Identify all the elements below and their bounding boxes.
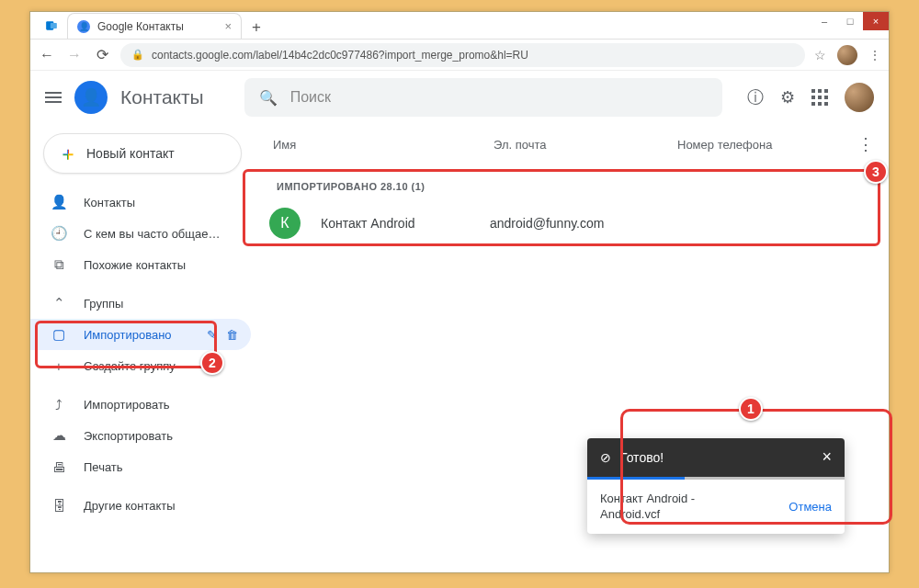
contact-avatar: К <box>269 208 301 239</box>
print-icon: 🖶 <box>51 459 67 475</box>
label-icon: ▢ <box>51 326 67 343</box>
sidebar-item-label: Печать <box>84 460 123 474</box>
import-toast: ⊘ Готово! × Контакт Android - Android.vc… <box>587 438 845 534</box>
toast-cancel-link[interactable]: Отмена <box>789 500 832 514</box>
toast-message: Контакт Android - Android.vcf <box>600 491 695 523</box>
plus-icon: ＋ <box>59 141 77 166</box>
list-settings-button[interactable]: ⋮ <box>852 134 879 154</box>
outlook-icon <box>45 19 58 32</box>
copy-icon: ⧉ <box>51 256 67 273</box>
search-placeholder: Поиск <box>290 89 331 106</box>
main-menu-button[interactable] <box>45 92 62 103</box>
clock-icon: 🕘 <box>51 225 67 242</box>
browser-menu-button[interactable]: ⋮ <box>868 48 881 62</box>
sidebar-item-label: Группы <box>84 297 123 311</box>
window-minimize-button[interactable]: – <box>811 12 837 30</box>
address-bar-row: ← → ⟳ 🔒 contacts.google.com/label/14b4c2… <box>30 40 889 71</box>
window-close-button[interactable]: × <box>863 12 889 30</box>
sidebar-groups-header[interactable]: ⌃ Группы <box>30 288 251 319</box>
toast-close-button[interactable]: × <box>822 447 832 467</box>
person-icon: 👤 <box>51 194 67 210</box>
col-name: Имя <box>273 138 494 152</box>
sidebar-item-label: Импортировано <box>84 328 172 342</box>
sidebar-item-contacts[interactable]: 👤 Контакты <box>30 187 251 218</box>
nav-forward-button[interactable]: → <box>65 47 84 63</box>
label-actions: ✎ 🗑 <box>207 328 238 342</box>
sidebar-other-contacts[interactable]: 🗄 Другие контакты <box>30 490 251 521</box>
svg-rect-1 <box>51 23 57 28</box>
sidebar-item-frequent[interactable]: 🕘 С кем вы часто общае… <box>30 218 251 249</box>
tab-strip: 👤 Google Контакты × + <box>30 12 889 40</box>
profile-avatar-small[interactable] <box>837 45 857 65</box>
check-circle-icon: ⊘ <box>600 450 611 465</box>
nav-reload-button[interactable]: ⟳ <box>93 46 111 63</box>
col-phone: Номер телефона <box>677 138 852 152</box>
settings-gear-icon[interactable]: ⚙ <box>780 87 795 107</box>
search-icon: 🔍 <box>259 89 278 107</box>
group-heading: ИМПОРТИРОВАНО 28.10 (1) <box>251 164 879 201</box>
toast-body: Контакт Android - Android.vcf Отмена <box>587 480 845 534</box>
contact-row[interactable]: К Контакт Android android@funny.com <box>251 201 879 245</box>
sidebar-item-label: Экспортировать <box>84 429 173 443</box>
progress-fill <box>587 477 685 480</box>
sidebar-import[interactable]: ⤴ Импортировать <box>30 389 251 420</box>
plus-small-icon: + <box>51 358 67 374</box>
delete-label-icon[interactable]: 🗑 <box>226 328 238 342</box>
browser-tab-contacts[interactable]: 👤 Google Контакты × <box>67 13 242 39</box>
toolbar-right: ☆ ⋮ <box>814 45 881 65</box>
new-tab-button[interactable]: + <box>245 17 267 39</box>
annotation-badge-2: 2 <box>200 351 224 375</box>
contact-name: Контакт Android <box>321 216 490 231</box>
sidebar-item-duplicates[interactable]: ⧉ Похожие контакты <box>30 249 251 280</box>
pinned-tab-outlook[interactable] <box>36 13 67 39</box>
sidebar-item-label: Создайте группу <box>84 359 176 373</box>
column-header-row: Имя Эл. почта Номер телефона ⋮ <box>251 124 879 164</box>
chevron-up-icon: ⌃ <box>51 295 67 311</box>
bookmark-star-icon[interactable]: ☆ <box>814 48 826 62</box>
toast-header: ⊘ Готово! × <box>587 438 845 477</box>
col-email: Эл. почта <box>494 138 677 152</box>
account-avatar[interactable] <box>845 83 874 112</box>
new-contact-label: Новый контакт <box>86 146 175 161</box>
sidebar-item-label: Похожие контакты <box>84 258 186 272</box>
edit-label-icon[interactable]: ✎ <box>207 328 217 342</box>
url-text: contacts.google.com/label/14b4c2dc0c9774… <box>152 49 528 62</box>
sidebar-item-label: Другие контакты <box>84 499 176 513</box>
archive-icon: 🗄 <box>51 498 67 514</box>
help-icon[interactable]: ⓘ <box>747 86 764 108</box>
contacts-logo: 👤 <box>74 81 108 114</box>
sidebar-item-label: Контакты <box>84 196 135 209</box>
sidebar: ＋ Новый контакт 👤 Контакты 🕘 С кем вы ча… <box>30 124 251 565</box>
tab-title: Google Контакты <box>97 20 184 33</box>
tab-close-button[interactable]: × <box>224 19 232 33</box>
window-maximize-button[interactable]: □ <box>837 12 863 30</box>
sidebar-item-label: С кем вы часто общае… <box>84 227 220 241</box>
sidebar-item-label: Импортировать <box>84 398 170 412</box>
contact-email: android@funny.com <box>490 216 692 231</box>
sidebar-export[interactable]: ☁ Экспортировать <box>30 420 251 451</box>
window-controls: – □ × <box>811 12 889 30</box>
app-title: Контакты <box>120 86 204 108</box>
app-header: 👤 Контакты 🔍 Поиск ⓘ ⚙ <box>30 71 889 124</box>
toast-title: Готово! <box>620 450 664 465</box>
nav-back-button[interactable]: ← <box>38 47 56 63</box>
lock-icon: 🔒 <box>131 49 144 61</box>
annotation-badge-1: 1 <box>739 397 763 421</box>
download-cloud-icon: ☁ <box>51 427 67 444</box>
upload-icon: ⤴ <box>51 397 67 413</box>
browser-window: – □ × 👤 Google Контакты × + ← → ⟳ 🔒 cont… <box>29 11 890 573</box>
google-apps-icon[interactable] <box>811 89 828 106</box>
new-contact-button[interactable]: ＋ Новый контакт <box>43 133 242 174</box>
sidebar-print[interactable]: 🖶 Печать <box>30 451 251 482</box>
contacts-favicon: 👤 <box>77 20 90 33</box>
search-box[interactable]: 🔍 Поиск <box>244 78 722 117</box>
sidebar-label-imported[interactable]: ▢ Импортировано ✎ 🗑 <box>30 319 251 350</box>
annotation-badge-3: 3 <box>864 160 888 184</box>
omnibox[interactable]: 🔒 contacts.google.com/label/14b4c2dc0c97… <box>120 43 805 67</box>
